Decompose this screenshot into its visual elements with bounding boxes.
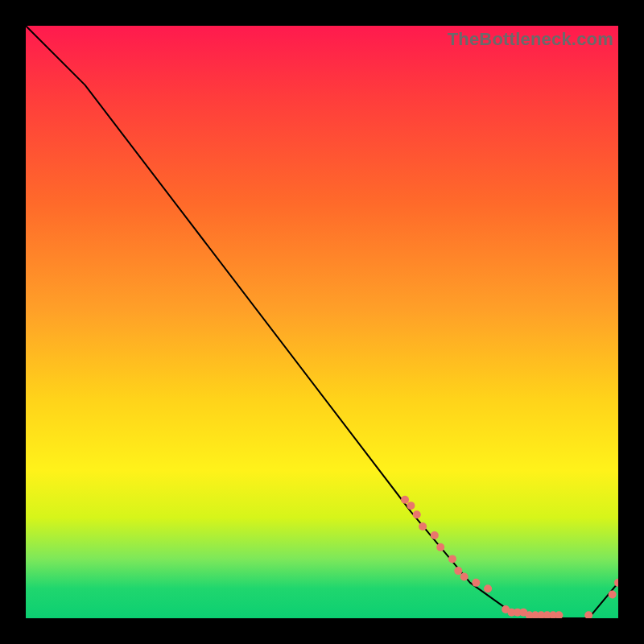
data-point — [401, 496, 409, 504]
data-point — [484, 584, 492, 592]
series-dots — [401, 496, 618, 618]
data-point — [555, 611, 563, 618]
data-point — [431, 531, 439, 539]
data-point — [614, 579, 618, 587]
data-point — [454, 567, 462, 575]
data-point — [436, 543, 444, 551]
data-point — [419, 522, 427, 530]
data-point — [609, 591, 617, 599]
data-point — [448, 555, 456, 563]
chart-frame: TheBottleneck.com — [0, 0, 644, 644]
data-point — [460, 572, 469, 580]
plot-area: TheBottleneck.com — [26, 26, 618, 618]
data-point — [407, 502, 415, 510]
data-point — [584, 611, 592, 618]
data-point — [413, 510, 421, 518]
series-line — [26, 26, 618, 618]
chart-svg — [26, 26, 618, 618]
data-point — [472, 579, 480, 587]
